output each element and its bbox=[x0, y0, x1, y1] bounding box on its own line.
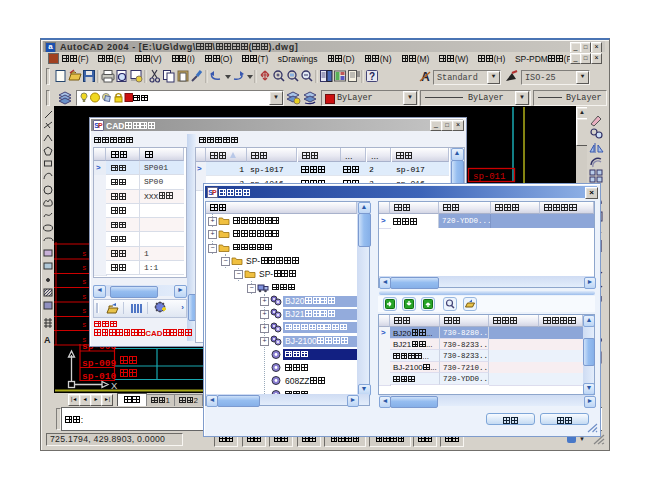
svg-text:X: X bbox=[111, 380, 118, 391]
svg-text:s: s bbox=[82, 278, 87, 286]
svg-text:sp-011: sp-011 bbox=[473, 172, 505, 182]
svg-text:sp-009: sp-009 bbox=[82, 358, 117, 369]
svg-text:A: A bbox=[44, 335, 51, 345]
svg-text:s: s bbox=[82, 307, 87, 315]
svg-text:s: s bbox=[82, 321, 87, 329]
svg-text:s: s bbox=[82, 264, 87, 272]
svg-text:s: s bbox=[82, 293, 87, 301]
svg-text:?: ? bbox=[369, 71, 375, 82]
svg-text:s: s bbox=[82, 250, 87, 258]
